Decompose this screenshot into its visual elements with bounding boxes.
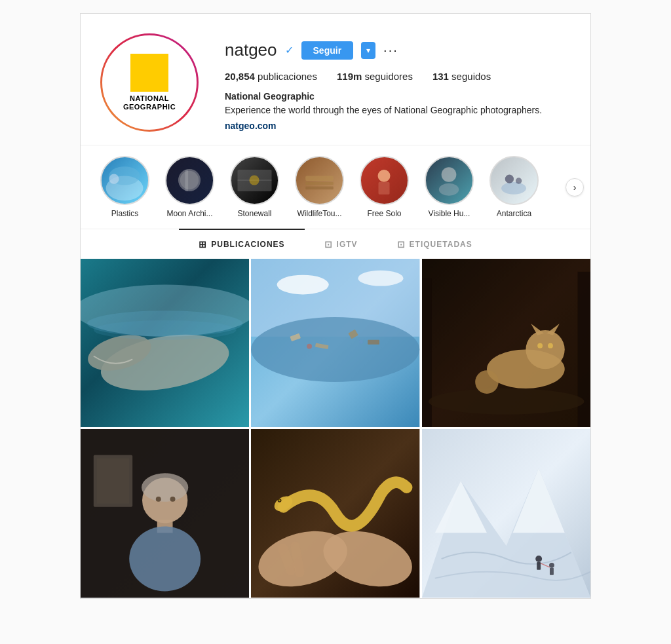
story-label-plastics: Plastics [111, 209, 138, 218]
svg-point-54 [129, 527, 201, 592]
svg-rect-5 [185, 170, 188, 191]
svg-point-34 [307, 344, 312, 349]
stats-row: 20,854 publicaciones 119m seguidores 131… [225, 71, 571, 82]
svg-point-47 [475, 370, 499, 394]
photo-image-5 [251, 429, 419, 597]
story-item-plastics[interactable]: Plastics [100, 156, 149, 218]
profile-bio: Experience the world through the eyes of… [225, 104, 571, 117]
posts-label: publicaciones [258, 71, 317, 82]
svg-point-18 [516, 178, 522, 183]
posts-stat[interactable]: 20,854 publicaciones [225, 71, 317, 82]
photo-image-1 [81, 259, 249, 427]
story-label-antarctica: Antarctica [497, 209, 531, 218]
svg-point-4 [180, 171, 199, 189]
svg-point-46 [429, 388, 585, 415]
story-label-moon: Moon Archi... [166, 209, 212, 218]
story-item-moon[interactable]: Moon Archi... [165, 156, 214, 218]
followers-count: 119m [337, 71, 362, 82]
photo-cell-3[interactable] [422, 259, 590, 427]
svg-point-42 [537, 343, 543, 349]
story-item-freesolo[interactable]: Free Solo [360, 156, 409, 218]
story-circle-moon [165, 156, 214, 205]
posts-count: 20,854 [225, 71, 255, 82]
svg-point-17 [505, 175, 514, 183]
profile-link[interactable]: natgeo.com [225, 121, 277, 131]
photo-image-3 [422, 259, 590, 427]
avatar: NATIONALGEOGRAPHIC [102, 35, 197, 130]
following-count: 131 [432, 71, 449, 82]
username-row: natgeo ✓ Seguir ▾ ··· [225, 40, 571, 60]
svg-point-71 [535, 556, 542, 562]
svg-point-8 [249, 175, 259, 185]
story-label-freesolo: Free Solo [367, 209, 401, 218]
photo-image-2 [251, 259, 419, 427]
profile-name: National Geographic [225, 91, 571, 102]
story-circle-stonewall [230, 156, 279, 205]
svg-point-57 [170, 497, 176, 502]
story-label-wildlife: WildlifeTou... [297, 209, 341, 218]
profile-info: natgeo ✓ Seguir ▾ ··· 20,854 publicacion… [225, 33, 571, 132]
tab-igtv[interactable]: ⊡ IGTV [305, 229, 377, 259]
story-label-stonewall: Stonewall [237, 209, 271, 218]
svg-rect-13 [379, 182, 390, 195]
svg-point-15 [439, 183, 459, 196]
story-label-visiblehu: Visible Hu... [429, 209, 470, 218]
story-item-visiblehu[interactable]: Visible Hu... [425, 156, 474, 218]
follow-button[interactable]: Seguir [301, 41, 354, 60]
follow-dropdown-button[interactable]: ▾ [361, 42, 375, 59]
svg-point-65 [278, 500, 280, 502]
story-circle-freesolo [360, 156, 409, 205]
stories-row: Plastics Moon Archi... Stonewall [81, 145, 590, 229]
svg-point-35 [360, 340, 364, 344]
photo-cell-6[interactable] [422, 429, 590, 597]
svg-point-12 [378, 170, 391, 182]
svg-point-14 [442, 167, 457, 182]
stories-next-button[interactable]: › [566, 178, 584, 197]
story-circle-antarctica [489, 156, 539, 205]
story-item-stonewall[interactable]: Stonewall [230, 156, 279, 218]
story-item-wildlife[interactable]: WildlifeTou... [295, 156, 344, 218]
photo-cell-2[interactable] [251, 259, 419, 427]
photo-cell-1[interactable] [81, 259, 249, 427]
tab-publicaciones-label: PUBLICACIONES [211, 240, 284, 249]
photo-cell-4[interactable] [81, 429, 249, 597]
story-item-antarctica[interactable]: Antarctica [489, 156, 539, 218]
svg-rect-38 [422, 278, 432, 428]
tab-etiquetadas-label: ETIQUETADAS [410, 240, 472, 249]
svg-point-43 [548, 343, 553, 349]
profile-header: NATIONALGEOGRAPHIC natgeo ✓ Seguir ▾ ···… [81, 14, 590, 145]
tabs-row: ⊞ PUBLICACIONES ⊡ IGTV ⊡ ETIQUETADAS [81, 229, 590, 259]
photo-cell-5[interactable] [251, 429, 419, 597]
followers-stat[interactable]: 119m seguidores [337, 71, 413, 82]
svg-point-55 [142, 474, 188, 502]
natgeo-logo-text: NATIONALGEOGRAPHIC [123, 94, 176, 111]
avatar-ring: NATIONALGEOGRAPHIC [100, 33, 199, 132]
svg-point-27 [277, 275, 329, 295]
svg-point-16 [501, 182, 526, 195]
svg-rect-51 [97, 459, 129, 504]
svg-point-2 [109, 174, 119, 184]
svg-rect-33 [368, 340, 379, 345]
svg-rect-74 [550, 568, 554, 575]
story-circle-visiblehu [425, 156, 474, 205]
svg-point-24 [94, 320, 237, 340]
igtv-icon: ⊡ [324, 239, 333, 250]
following-stat[interactable]: 131 seguidos [432, 71, 491, 82]
svg-point-56 [156, 497, 161, 502]
svg-point-28 [358, 271, 404, 286]
tab-etiquetadas[interactable]: ⊡ ETIQUETADAS [377, 229, 492, 259]
tag-icon: ⊡ [397, 239, 406, 250]
more-options-button[interactable]: ··· [383, 43, 398, 58]
svg-rect-11 [305, 186, 334, 189]
tab-publicaciones[interactable]: ⊞ PUBLICACIONES [179, 229, 304, 259]
svg-point-73 [549, 563, 554, 568]
photo-grid [81, 259, 590, 598]
grid-icon: ⊞ [199, 239, 207, 250]
username: natgeo [225, 40, 277, 60]
story-circle-wildlife [295, 156, 344, 205]
followers-label: seguidores [365, 71, 413, 82]
story-circle-plastics [100, 156, 149, 205]
following-label: seguidos [451, 71, 491, 82]
svg-rect-72 [537, 562, 541, 570]
svg-point-41 [526, 330, 564, 369]
